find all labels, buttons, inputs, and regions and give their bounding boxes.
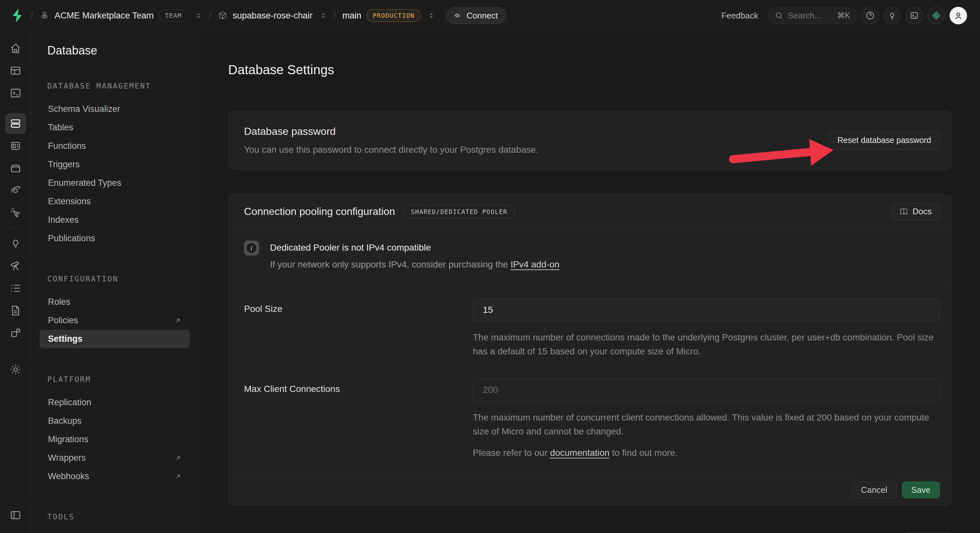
breadcrumb-separator: / bbox=[209, 10, 211, 21]
page-title: Database Settings bbox=[228, 62, 952, 77]
rail-reports-icon[interactable] bbox=[5, 255, 26, 276]
chevrons-up-down-icon[interactable] bbox=[320, 12, 327, 19]
chevrons-up-down-icon[interactable] bbox=[428, 12, 435, 19]
rail-database-icon[interactable] bbox=[5, 113, 26, 134]
breadcrumb-separator: / bbox=[30, 10, 33, 21]
sidebar-item-webhooks[interactable]: Webhooks bbox=[40, 467, 190, 486]
cancel-button[interactable]: Cancel bbox=[852, 482, 897, 498]
rail-integrations-icon[interactable] bbox=[5, 322, 26, 343]
org-name: ACME Marketplace Team bbox=[54, 11, 154, 21]
book-icon bbox=[900, 207, 908, 216]
sidebar-item-indexes[interactable]: Indexes bbox=[40, 211, 190, 229]
external-link-icon bbox=[174, 317, 181, 324]
main-content: Database Settings Database password You … bbox=[198, 32, 980, 533]
pool-size-label: Pool Size bbox=[244, 298, 473, 359]
sidebar-item-triggers[interactable]: Triggers bbox=[40, 155, 190, 174]
chevrons-up-down-icon[interactable] bbox=[195, 12, 202, 19]
item-label: Publications bbox=[48, 233, 95, 244]
pooling-docs-button[interactable]: Docs bbox=[891, 203, 940, 220]
rail-project-settings-icon[interactable] bbox=[5, 359, 26, 380]
rail-divider bbox=[8, 108, 23, 109]
sidebar-item-migrations[interactable]: Migrations bbox=[40, 430, 190, 449]
rail-home-icon[interactable] bbox=[5, 38, 26, 59]
pool-size-input[interactable] bbox=[473, 298, 940, 321]
sidebar-title: Database bbox=[32, 32, 198, 67]
section-header: TOOLS bbox=[47, 512, 182, 521]
search-icon bbox=[775, 11, 783, 20]
sidebar-section-database-management: DATABASE MANAGEMENT Schema Visualizer Ta… bbox=[32, 67, 198, 260]
top-header: / ACME Marketplace Team TEAM / supabase-… bbox=[0, 0, 980, 32]
section-header: DATABASE MANAGEMENT bbox=[47, 82, 182, 90]
rail-realtime-icon[interactable] bbox=[5, 203, 26, 223]
sidebar-item-replication[interactable]: Replication bbox=[40, 393, 190, 412]
rail-sql-editor-icon[interactable] bbox=[5, 83, 26, 104]
rail-table-editor-icon[interactable] bbox=[5, 60, 26, 81]
breadcrumb-org[interactable]: ACME Marketplace Team TEAM bbox=[40, 10, 202, 22]
project-cube-icon bbox=[218, 11, 228, 21]
connect-button[interactable]: Connect bbox=[446, 7, 506, 24]
rail-collapse-sidebar-icon[interactable] bbox=[5, 505, 26, 525]
search-input[interactable] bbox=[788, 11, 830, 21]
save-button[interactable]: Save bbox=[902, 482, 940, 498]
branch-name: main bbox=[342, 11, 362, 21]
documentation-link[interactable]: documentation bbox=[550, 448, 609, 458]
rail-api-docs-icon[interactable] bbox=[5, 300, 26, 321]
rail-authentication-icon[interactable] bbox=[5, 136, 26, 156]
item-label: Migrations bbox=[48, 434, 89, 445]
item-label: Indexes bbox=[48, 215, 79, 225]
item-label: Schema Visualizer bbox=[48, 104, 120, 114]
item-label: Tables bbox=[48, 123, 73, 132]
global-search[interactable]: ⌘K bbox=[768, 7, 857, 24]
sidebar-item-enumerated-types[interactable]: Enumerated Types bbox=[40, 174, 190, 192]
sidebar-item-schema-visualizer[interactable]: Schema Visualizer bbox=[40, 100, 190, 118]
rail-logs-icon[interactable] bbox=[5, 278, 26, 298]
hints-lightbulb-button[interactable] bbox=[883, 7, 901, 24]
supabase-logo[interactable] bbox=[12, 9, 23, 22]
sidebar-item-functions[interactable]: Functions bbox=[40, 137, 190, 155]
item-label: Policies bbox=[48, 316, 78, 326]
item-label: Replication bbox=[48, 397, 91, 407]
sidebar-item-backups[interactable]: Backups bbox=[40, 412, 190, 430]
sidebar-item-settings[interactable]: Settings bbox=[40, 330, 190, 348]
terminal-button[interactable] bbox=[905, 7, 923, 24]
item-label: Webhooks bbox=[48, 471, 89, 482]
breadcrumb-branch[interactable]: main PRODUCTION bbox=[342, 10, 435, 22]
search-shortcut: ⌘K bbox=[837, 11, 850, 20]
sidebar-item-tables[interactable]: Tables bbox=[40, 118, 190, 137]
rail-advisors-icon[interactable] bbox=[5, 233, 26, 254]
item-label: Triggers bbox=[48, 160, 80, 169]
sidebar-item-roles[interactable]: Roles bbox=[40, 293, 190, 311]
help-button[interactable] bbox=[861, 7, 879, 24]
rail-storage-icon[interactable] bbox=[5, 158, 26, 179]
production-badge: PRODUCTION bbox=[366, 10, 421, 22]
notice-title: Dedicated Pooler is not IPv4 compatible bbox=[270, 243, 559, 253]
sidebar-item-extensions[interactable]: Extensions bbox=[40, 192, 190, 211]
max-client-connections-label: Max Client Connections bbox=[244, 379, 473, 460]
database-sidebar: Database DATABASE MANAGEMENT Schema Visu… bbox=[32, 32, 198, 533]
external-link-icon bbox=[174, 455, 181, 462]
sidebar-item-policies[interactable]: Policies bbox=[40, 311, 190, 330]
doc-note-text: Please refer to our bbox=[473, 448, 550, 458]
sidebar-item-publications[interactable]: Publications bbox=[40, 229, 190, 248]
ai-assistant-button[interactable] bbox=[928, 7, 945, 24]
item-label: Settings bbox=[48, 334, 83, 344]
connect-label: Connect bbox=[466, 11, 498, 21]
notice-description: If your network only supports IPv4, cons… bbox=[270, 259, 559, 270]
ipv4-addon-link[interactable]: IPv4 add-on bbox=[511, 259, 559, 270]
max-client-connections-input bbox=[473, 379, 940, 401]
item-label: Enumerated Types bbox=[48, 178, 121, 188]
docs-label: Docs bbox=[913, 206, 932, 217]
reset-database-password-button[interactable]: Reset database password bbox=[829, 131, 940, 150]
max-client-doc-note: Please refer to our documentation to fin… bbox=[473, 446, 940, 460]
item-label: Wrappers bbox=[48, 453, 86, 463]
rail-edge-functions-icon[interactable] bbox=[5, 180, 26, 201]
breadcrumb-project[interactable]: supabase-rose-chair bbox=[218, 11, 327, 21]
org-type-badge: TEAM bbox=[159, 10, 188, 22]
sidebar-section-tools: TOOLS bbox=[32, 498, 198, 533]
sidebar-item-wrappers[interactable]: Wrappers bbox=[40, 449, 190, 467]
pool-size-description: The maximum number of connections made t… bbox=[473, 330, 940, 359]
nav-rail bbox=[0, 32, 32, 533]
user-avatar[interactable] bbox=[950, 7, 967, 24]
pooling-card-footer: Cancel Save bbox=[229, 475, 951, 505]
feedback-button[interactable]: Feedback bbox=[721, 11, 758, 21]
